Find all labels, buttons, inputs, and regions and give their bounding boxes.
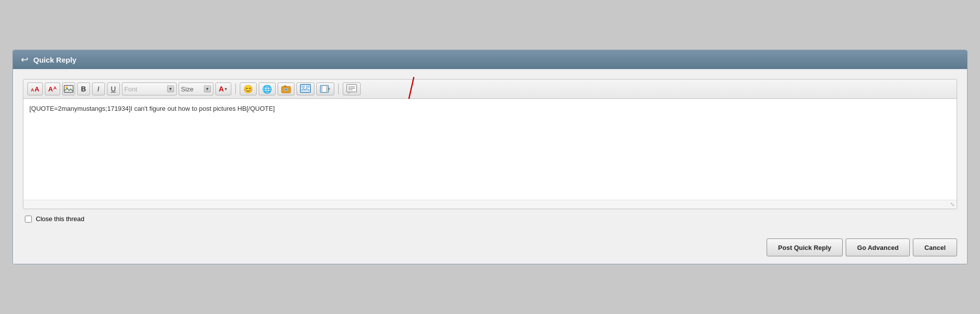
text-area-wrapper: [QUOTE=2manymustangs;171934]I can't figu… — [23, 99, 957, 200]
font-dropdown-arrow: ▼ — [167, 85, 174, 92]
toolbar: A A A A — [23, 79, 957, 99]
quote-icon — [346, 83, 357, 94]
cancel-button[interactable]: Cancel — [913, 238, 957, 256]
resize-handle[interactable]: ⤡ — [23, 200, 957, 209]
image-icon — [64, 84, 74, 94]
quote-button[interactable] — [343, 82, 361, 95]
svg-rect-9 — [306, 85, 309, 88]
underline-icon: U — [111, 85, 116, 93]
quick-reply-panel: ↩ Quick Reply A A A — [12, 50, 968, 264]
video-icon — [320, 83, 331, 94]
smiley-button[interactable]: 😊 — [240, 82, 257, 95]
svg-marker-21 — [328, 87, 330, 90]
bold-icon: B — [81, 85, 86, 93]
decrease-font-button[interactable]: A A — [27, 82, 43, 95]
color-dropdown-arrow: ▼ — [224, 87, 228, 91]
color-icon: A — [219, 85, 224, 93]
editor-textarea[interactable]: [QUOTE=2manymustangs;171934]I can't figu… — [23, 99, 957, 198]
svg-rect-0 — [64, 85, 73, 92]
separator-1 — [235, 83, 236, 94]
link-button[interactable]: 🌐 — [259, 82, 276, 95]
svg-rect-8 — [301, 85, 305, 88]
back-icon: ↩ — [21, 55, 28, 64]
camera-icon — [281, 84, 291, 94]
smiley-icon: 😊 — [243, 84, 253, 94]
panel-header: ↩ Quick Reply — [13, 50, 967, 69]
svg-rect-17 — [321, 90, 322, 91]
underline-button[interactable]: U — [107, 82, 120, 95]
size-label: Size — [181, 85, 202, 93]
svg-rect-20 — [326, 90, 327, 91]
panel-title: Quick Reply — [33, 56, 77, 64]
camera-button[interactable] — [278, 82, 294, 95]
video-button[interactable] — [316, 82, 334, 95]
svg-rect-18 — [326, 86, 327, 87]
svg-rect-19 — [326, 88, 327, 89]
italic-icon: I — [98, 85, 99, 93]
close-thread-row: Close this thread — [23, 209, 957, 229]
italic-button[interactable]: I — [92, 82, 105, 95]
svg-rect-24 — [348, 86, 355, 87]
svg-rect-15 — [321, 86, 322, 87]
editor-container: A A A A — [23, 79, 957, 209]
increase-font-button[interactable]: A A — [45, 82, 60, 95]
svg-rect-26 — [348, 89, 353, 90]
button-row: Post Quick Reply Go Advanced Cancel — [13, 234, 967, 264]
close-thread-label: Close this thread — [36, 215, 85, 223]
resize-icon: ⤡ — [950, 201, 955, 207]
go-advanced-button[interactable]: Go Advanced — [846, 238, 910, 256]
svg-rect-5 — [284, 85, 286, 87]
picture-icon — [300, 83, 311, 94]
post-quick-reply-button[interactable]: Post Quick Reply — [767, 238, 843, 256]
svg-rect-25 — [348, 88, 355, 89]
separator-2 — [338, 83, 339, 94]
insert-image-button[interactable] — [62, 82, 75, 95]
color-button[interactable]: A ▼ — [215, 82, 231, 95]
close-thread-checkbox[interactable] — [25, 216, 32, 223]
bold-button[interactable]: B — [77, 82, 90, 95]
font-label: Font — [124, 85, 165, 93]
panel-body: A A A A — [13, 69, 967, 234]
size-dropdown-arrow: ▼ — [204, 85, 211, 92]
svg-point-4 — [285, 88, 287, 91]
insert-picture-button[interactable] — [296, 82, 314, 95]
font-select[interactable]: Font ▼ — [122, 82, 177, 95]
svg-rect-16 — [321, 88, 322, 89]
size-select[interactable]: Size ▼ — [179, 82, 213, 95]
globe-icon: 🌐 — [262, 84, 272, 94]
svg-marker-23 — [348, 92, 351, 93]
